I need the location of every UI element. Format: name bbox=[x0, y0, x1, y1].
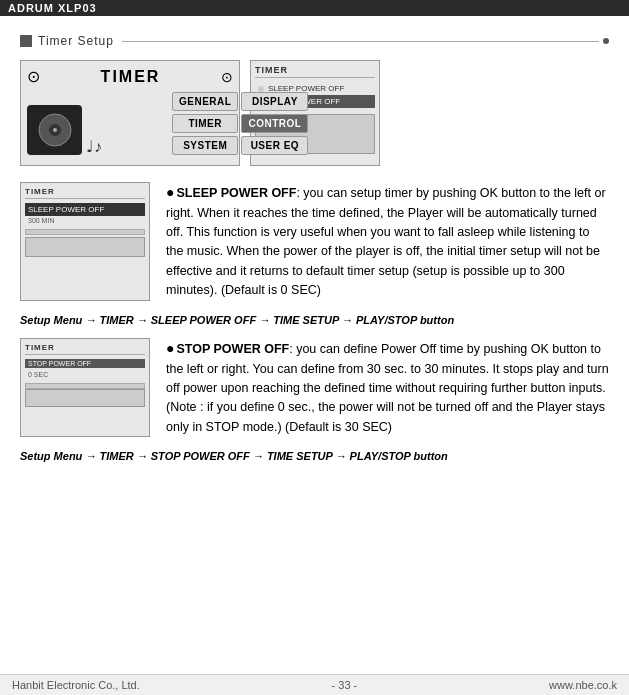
sleep-dot bbox=[258, 86, 264, 92]
section-title-icon bbox=[20, 35, 32, 47]
section-title-dot bbox=[603, 38, 609, 44]
sleep-nav-text: Setup Menu → TIMER → SLEEP POWER OFF → T… bbox=[20, 314, 454, 326]
header-bar: ADRUM XLP03 bbox=[0, 0, 629, 16]
stop-nav-path: Setup Menu → TIMER → STOP POWER OFF → TI… bbox=[20, 449, 609, 464]
sleep-description: ●SLEEP POWER OFF: you can setup timer by… bbox=[166, 182, 609, 301]
btn-usereq[interactable]: USER EQ bbox=[241, 136, 308, 155]
sleep-title: SLEEP POWER OFF bbox=[176, 186, 296, 200]
timer-icon-left: ⊙ bbox=[27, 67, 40, 86]
header-title: ADRUM XLP03 bbox=[8, 2, 97, 14]
stop-content-row: TIMER STOP POWER OFF 0 SEC ●STOP POWER O… bbox=[20, 338, 609, 437]
footer-company: Hanbit Electronic Co., Ltd. bbox=[12, 679, 140, 691]
stop-scroll-area[interactable] bbox=[25, 389, 145, 407]
sleep-small-panel: TIMER SLEEP POWER OFF 300 MIN bbox=[20, 182, 150, 301]
section-title-line bbox=[122, 41, 599, 42]
sleep-nav-path: Setup Menu → TIMER → SLEEP POWER OFF → T… bbox=[20, 313, 609, 328]
btn-control[interactable]: CONTROL bbox=[241, 114, 308, 133]
sleep-panel-sub: 300 MIN bbox=[25, 216, 145, 225]
timer-menu-panel: ⊙ TIMER ⊙ ♩♪ GENERAL DISPLAY bbox=[20, 60, 240, 166]
music-notes: ♩♪ bbox=[86, 139, 102, 155]
footer-website: www.nbe.co.k bbox=[549, 679, 617, 691]
stop-bullet: ● bbox=[166, 340, 174, 356]
sleep-bullet: ● bbox=[166, 184, 174, 200]
main-content: Timer Setup ⊙ TIMER ⊙ ♩♪ bbox=[0, 16, 629, 505]
footer-page: - 33 - bbox=[332, 679, 358, 691]
btn-display[interactable]: DISPLAY bbox=[241, 92, 308, 111]
top-panels: ⊙ TIMER ⊙ ♩♪ GENERAL DISPLAY bbox=[20, 60, 609, 166]
section-title-row: Timer Setup bbox=[20, 34, 609, 48]
stop-description: ●STOP POWER OFF: you can define Power Of… bbox=[166, 338, 609, 437]
stop-panel-item: STOP POWER OFF bbox=[25, 359, 145, 368]
timer-list-header: TIMER bbox=[255, 65, 375, 78]
stop-panel-sub: 0 SEC bbox=[25, 370, 145, 379]
section-title-text: Timer Setup bbox=[38, 34, 114, 48]
btn-general[interactable]: GENERAL bbox=[172, 92, 238, 111]
stop-nav-text: Setup Menu → TIMER → STOP POWER OFF → TI… bbox=[20, 450, 448, 462]
sleep-panel-item: SLEEP POWER OFF bbox=[25, 203, 145, 216]
footer-bar: Hanbit Electronic Co., Ltd. - 33 - www.n… bbox=[0, 674, 629, 695]
timer-panel-header: ⊙ TIMER ⊙ bbox=[27, 67, 233, 86]
timer-panel-title: TIMER bbox=[101, 68, 161, 86]
svg-point-2 bbox=[53, 128, 57, 132]
timer-icon-right: ⊙ bbox=[221, 69, 233, 85]
stop-title: STOP POWER OFF bbox=[176, 342, 289, 356]
stop-small-panel: TIMER STOP POWER OFF 0 SEC bbox=[20, 338, 150, 437]
btn-timer[interactable]: TIMER bbox=[172, 114, 238, 133]
stop-panel-header: TIMER bbox=[25, 343, 145, 355]
btn-system[interactable]: SYSTEM bbox=[172, 136, 238, 155]
sleep-desc: : you can setup timer by pushing OK butt… bbox=[166, 186, 606, 297]
sleep-scroll-area[interactable] bbox=[25, 237, 145, 257]
sleep-content-row: TIMER SLEEP POWER OFF 300 MIN ●SLEEP POW… bbox=[20, 182, 609, 301]
menu-buttons-grid: GENERAL DISPLAY TIMER CONTROL SYSTEM USE… bbox=[172, 92, 308, 155]
sleep-panel-scroll bbox=[25, 229, 145, 235]
device-image bbox=[27, 105, 82, 155]
sleep-panel-header: TIMER bbox=[25, 187, 145, 199]
